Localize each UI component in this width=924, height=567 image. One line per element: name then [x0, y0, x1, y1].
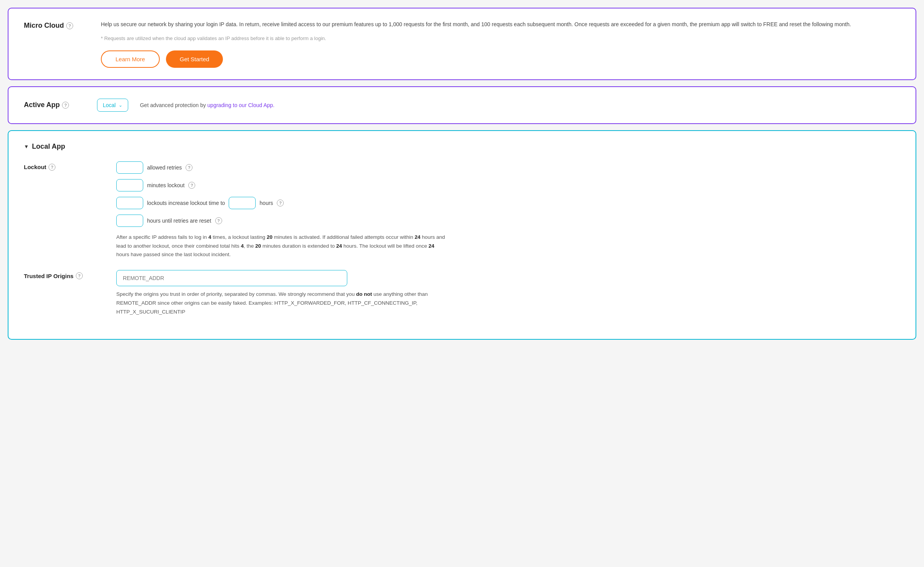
- retries-input[interactable]: 4: [116, 161, 143, 174]
- trusted-ip-note: Specify the origins you trust in order o…: [116, 290, 447, 317]
- lockout-description: After a specific IP address fails to log…: [116, 233, 447, 260]
- lockout-bold-2: 20: [267, 234, 273, 240]
- lockout-desc-2: times, a lockout lasting: [211, 234, 267, 240]
- upgrade-text: Get advanced protection by: [140, 102, 207, 108]
- lockout-desc-1: After a specific IP address fails to log…: [116, 234, 208, 240]
- chevron-down-icon: ⌄: [119, 102, 122, 108]
- minutes-help-icon[interactable]: ?: [188, 182, 195, 189]
- trusted-ip-help-icon[interactable]: ?: [76, 272, 83, 279]
- lockout-help-icon[interactable]: ?: [49, 164, 55, 171]
- local-app-title: Local App: [32, 143, 65, 151]
- collapse-icon[interactable]: ▼: [24, 144, 29, 149]
- lockouts-label: lockouts increase lockout time to: [147, 200, 225, 206]
- minutes-label: minutes lockout: [147, 182, 184, 188]
- get-started-button[interactable]: Get Started: [166, 50, 223, 68]
- trusted-ip-row: Trusted IP Origins ? Specify the origins…: [24, 270, 900, 317]
- upgrade-link[interactable]: upgrading to our Cloud App.: [208, 102, 275, 108]
- retries-row: 4 allowed retries ?: [116, 161, 900, 174]
- lockout-label: Lockout ?: [24, 161, 101, 171]
- lockout-bold-4: 4: [241, 243, 244, 249]
- lockout-desc-5: , the: [244, 243, 255, 249]
- lockouts-row: 4 lockouts increase lockout time to 24 h…: [116, 197, 900, 209]
- lockout-bold-7: 24: [429, 243, 434, 249]
- trusted-ip-title: Trusted IP Origins: [24, 273, 74, 279]
- micro-cloud-section: Micro Cloud ? Help us secure our network…: [8, 8, 916, 80]
- lockout-desc-8: hours have passed since the last lockout…: [116, 252, 231, 257]
- lockouts-input[interactable]: 4: [116, 197, 143, 209]
- micro-cloud-buttons: Learn More Get Started: [101, 50, 900, 68]
- minutes-input[interactable]: 20: [116, 179, 143, 191]
- trusted-ip-input[interactable]: [116, 270, 347, 286]
- micro-cloud-note: * Requests are utilized when the cloud a…: [101, 35, 900, 43]
- lockout-desc-7: hours. The lockout will be lifted once: [342, 243, 429, 249]
- micro-cloud-description: Help us secure our network by sharing yo…: [101, 20, 900, 29]
- lockout-bold-6: 24: [336, 243, 342, 249]
- lockout-bold-5: 20: [255, 243, 261, 249]
- retries-label: allowed retries: [147, 164, 182, 171]
- lockout-bold-3: 24: [415, 234, 420, 240]
- lockouts-help-icon[interactable]: ?: [277, 200, 284, 206]
- learn-more-button[interactable]: Learn More: [101, 50, 160, 68]
- active-app-note: Get advanced protection by upgrading to …: [140, 102, 274, 108]
- hours-reset-input[interactable]: 24: [116, 215, 143, 227]
- active-app-title: Active App: [24, 101, 60, 109]
- local-app-header: ▼ Local App: [24, 143, 900, 151]
- hours-ext-input[interactable]: 24: [229, 197, 256, 209]
- lockout-bold-1: 4: [208, 234, 211, 240]
- local-app-section: ▼ Local App Lockout ? 4 allowed retries …: [8, 130, 916, 340]
- lockout-row: Lockout ? 4 allowed retries ? 20 minutes…: [24, 161, 900, 260]
- lockout-desc-3: minutes is activated. If additional fail…: [273, 234, 415, 240]
- hours-reset-label: hours until retries are reset: [147, 218, 211, 224]
- active-app-select[interactable]: Local ⌄: [97, 99, 128, 112]
- hours-reset-help-icon[interactable]: ?: [215, 217, 222, 224]
- micro-cloud-content: Help us secure our network by sharing yo…: [101, 20, 900, 68]
- micro-cloud-title: Micro Cloud: [24, 22, 64, 30]
- trusted-ip-note-text: Specify the origins you trust in order o…: [116, 291, 356, 297]
- hours-ext-label: hours: [259, 200, 273, 206]
- trusted-ip-note-strong: do not: [356, 291, 372, 297]
- retries-help-icon[interactable]: ?: [186, 164, 192, 171]
- active-app-label: Active App ?: [24, 101, 85, 109]
- lockout-desc-6: minutes duration is extended to: [261, 243, 336, 249]
- lockout-fields: 4 allowed retries ? 20 minutes lockout ?…: [116, 161, 900, 227]
- trusted-ip-label: Trusted IP Origins ?: [24, 270, 101, 279]
- active-app-select-value: Local: [103, 102, 116, 108]
- active-app-section: Active App ? Local ⌄ Get advanced protec…: [8, 86, 916, 124]
- micro-cloud-help-icon[interactable]: ?: [66, 22, 73, 29]
- lockout-title: Lockout: [24, 164, 46, 170]
- trusted-ip-content: Specify the origins you trust in order o…: [116, 270, 900, 317]
- lockout-content: 4 allowed retries ? 20 minutes lockout ?…: [116, 161, 900, 260]
- hours-reset-row: 24 hours until retries are reset ?: [116, 215, 900, 227]
- active-app-help-icon[interactable]: ?: [62, 102, 69, 109]
- minutes-row: 20 minutes lockout ?: [116, 179, 900, 191]
- active-app-inner: Active App ? Local ⌄ Get advanced protec…: [24, 99, 900, 112]
- micro-cloud-label: Micro Cloud ?: [24, 20, 85, 30]
